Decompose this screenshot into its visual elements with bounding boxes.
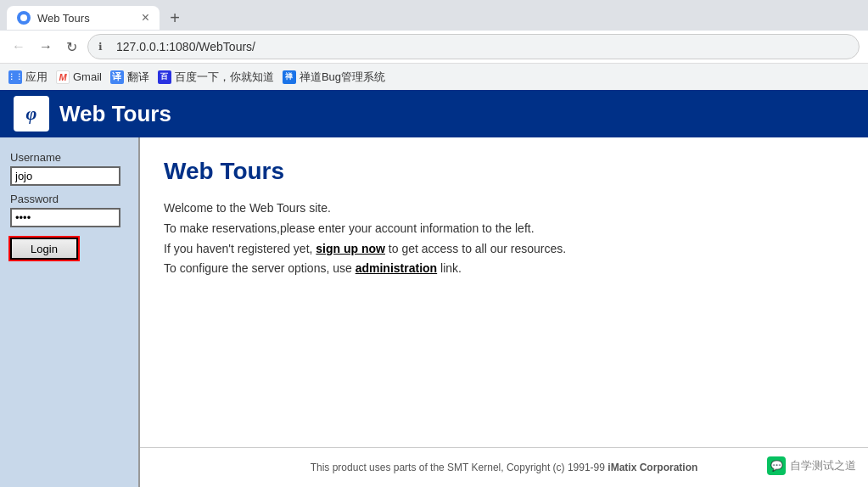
content-line4-pre: To configure the server options, use — [164, 261, 356, 275]
content-line3-pre: If you haven't registered yet, — [164, 242, 316, 255]
address-input[interactable] — [106, 37, 848, 56]
bookmark-apps[interactable]: ⋮⋮ 应用 — [8, 70, 48, 85]
content-body: Welcome to the Web Tours site. To make r… — [164, 199, 844, 279]
translate-icon: 译 — [110, 70, 124, 84]
bookmark-baidu-label: 百度一下，你就知道 — [175, 70, 274, 85]
signup-link[interactable]: sign up now — [316, 242, 385, 255]
password-input[interactable] — [10, 208, 120, 227]
bookmark-translate[interactable]: 译 翻译 — [110, 70, 149, 85]
tab-bar: Web Tours × + — [0, 0, 868, 31]
password-label: Password — [10, 193, 128, 205]
footer: This product uses parts of the SMT Kerne… — [140, 447, 868, 487]
zentao-icon: 禅 — [283, 70, 296, 84]
content-section: Web Tours Welcome to the Web Tours site.… — [140, 137, 868, 313]
secure-icon: ℹ — [98, 41, 103, 53]
username-label: Username — [10, 151, 128, 164]
gmail-icon: M — [56, 70, 70, 84]
username-input[interactable] — [10, 166, 120, 186]
address-bar: ← → ↻ ℹ — [0, 31, 868, 63]
active-tab[interactable]: Web Tours × — [7, 6, 160, 30]
bookmark-translate-label: 翻译 — [127, 70, 149, 85]
tab-title: Web Tours — [37, 12, 90, 25]
tab-close-button[interactable]: × — [142, 11, 149, 25]
bookmark-zentao-label: 禅道Bug管理系统 — [300, 70, 385, 85]
browser-chrome: Web Tours × + ← → ↻ ℹ ⋮⋮ 应用 M Gmail — [0, 0, 868, 90]
page-wrapper: Web Tours × + ← → ↻ ℹ ⋮⋮ 应用 M Gmail — [0, 0, 868, 487]
login-sidebar: Username Password Login — [0, 137, 140, 487]
bookmark-apps-label: 应用 — [25, 70, 48, 85]
baidu-icon: 百 — [158, 70, 171, 84]
site-header-title: Web Tours — [59, 101, 171, 127]
footer-text-bold: iMatix Corporation — [608, 462, 697, 473]
back-button[interactable]: ← — [8, 37, 29, 56]
bookmark-gmail-label: Gmail — [73, 70, 102, 83]
content-line4: To configure the server options, use adm… — [164, 259, 844, 279]
tab-favicon — [17, 11, 31, 25]
content-line1: Welcome to the Web Tours site. — [164, 199, 844, 219]
apps-icon: ⋮⋮ — [8, 70, 22, 84]
bookmarks-bar: ⋮⋮ 应用 M Gmail 译 翻译 百 百度一下，你就知道 禅 禅道Bug管理… — [0, 63, 868, 90]
bookmark-baidu[interactable]: 百 百度一下，你就知道 — [158, 70, 274, 85]
admin-link[interactable]: administration — [356, 261, 437, 275]
hp-header: φ Web Tours — [0, 90, 868, 137]
main-content-area: Web Tours Welcome to the Web Tours site.… — [140, 137, 868, 487]
new-tab-button[interactable]: + — [163, 6, 187, 30]
site-body: Username Password Login Web Tours Welcom… — [0, 137, 868, 487]
bookmark-zentao[interactable]: 禅 禅道Bug管理系统 — [283, 70, 385, 85]
content-title: Web Tours — [164, 158, 844, 185]
login-button[interactable]: Login — [10, 238, 78, 260]
refresh-button[interactable]: ↻ — [63, 37, 81, 57]
bookmark-gmail[interactable]: M Gmail — [56, 70, 102, 84]
content-line2: To make reservations,please enter your a… — [164, 219, 844, 239]
footer-text-pre: This product uses parts of the SMT Kerne… — [311, 462, 608, 473]
hp-logo-text: φ — [26, 103, 37, 125]
forward-button[interactable]: → — [36, 37, 56, 56]
site-wrapper: φ Web Tours Username Password Login Web … — [0, 90, 868, 487]
hp-logo: φ — [14, 96, 49, 132]
content-line3-post: to get access to all our resources. — [385, 242, 566, 255]
content-line4-post: link. — [437, 261, 462, 275]
content-line3: If you haven't registered yet, sign up n… — [164, 239, 844, 260]
